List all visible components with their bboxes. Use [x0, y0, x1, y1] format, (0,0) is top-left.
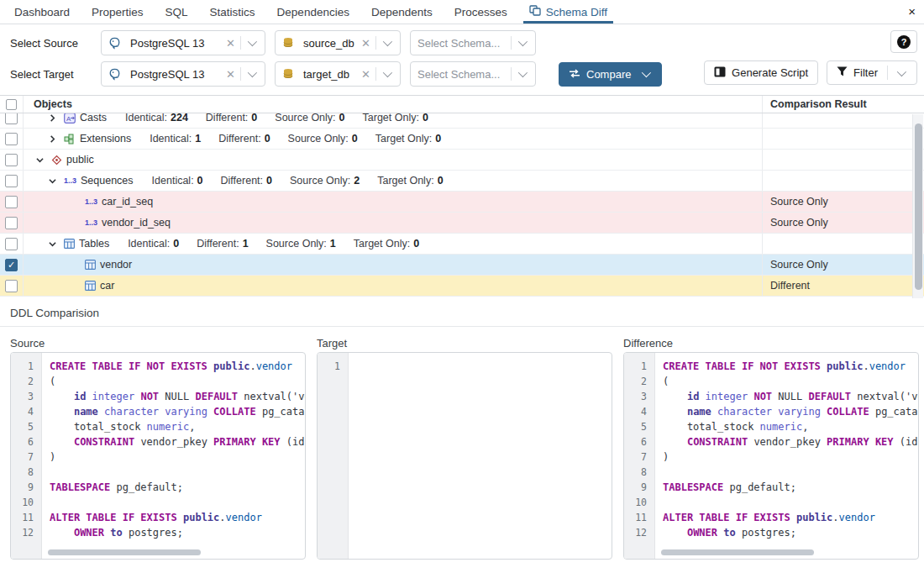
- table-row-Sequences[interactable]: 1..3SequencesIdentical:0Different:0Sourc…: [0, 171, 924, 192]
- horizontal-scrollbar[interactable]: [48, 549, 201, 555]
- filter-button[interactable]: Filter: [827, 60, 917, 85]
- compare-label: Compare: [586, 68, 631, 81]
- code-editor-target[interactable]: 1: [317, 352, 612, 560]
- count-identical: Identical:0: [152, 175, 203, 187]
- database-icon: [282, 68, 294, 80]
- count-source-only: Source Only:2: [290, 175, 360, 187]
- source-server-select[interactable]: PostgreSQL 13 ✕: [101, 30, 265, 55]
- tab-label: SQL: [165, 6, 188, 18]
- code-area[interactable]: CREATE TABLE IF NOT EXISTS public.vendor…: [42, 353, 305, 559]
- divider: [511, 36, 512, 50]
- chevron-down-icon[interactable]: [248, 68, 257, 77]
- source-db-clear-icon[interactable]: ✕: [356, 37, 375, 50]
- generate-script-button[interactable]: Generate Script: [704, 60, 818, 85]
- source-db-select[interactable]: source_db ✕: [275, 30, 401, 55]
- object-name: Casts: [80, 113, 107, 124]
- row-checkbox[interactable]: ✓: [5, 259, 18, 271]
- row-checkbox[interactable]: [5, 113, 18, 124]
- target-schema-select[interactable]: Select Schema...: [410, 61, 536, 87]
- row-checkbox[interactable]: [5, 280, 18, 292]
- help-button[interactable]: ?: [890, 30, 917, 53]
- table-row-car[interactable]: carDifferent: [0, 276, 924, 297]
- tab-label: Properties: [92, 6, 144, 18]
- table-row-vendor[interactable]: ✓vendorSource Only: [0, 255, 924, 276]
- target-schema-placeholder: Select Schema...: [417, 68, 500, 81]
- collapse-chevron-icon[interactable]: [46, 177, 58, 185]
- table-row-Tables[interactable]: TablesIdentical:0Different:1Source Only:…: [0, 234, 924, 255]
- expand-chevron-icon[interactable]: [46, 135, 58, 143]
- code-line: [50, 465, 305, 480]
- objects-column-header[interactable]: Objects: [24, 96, 763, 113]
- sequence-icon: 1..3: [64, 176, 76, 185]
- tab-statistics[interactable]: Statistics: [199, 0, 266, 24]
- target-db-select[interactable]: target_db ✕: [275, 61, 401, 87]
- target-server-value: PostgreSQL 13: [130, 68, 204, 81]
- tab-dependents[interactable]: Dependents: [360, 0, 444, 24]
- source-server-value: PostgreSQL 13: [130, 37, 204, 50]
- help-icon: ?: [897, 35, 911, 49]
- chevron-down-icon[interactable]: [518, 68, 528, 77]
- chevron-down-icon[interactable]: [518, 37, 528, 46]
- code-line: ALTER TABLE IF EXISTS public.vendor: [50, 510, 305, 525]
- panel-label-source: Source: [10, 334, 306, 352]
- target-server-select[interactable]: PostgreSQL 13 ✕: [101, 61, 265, 87]
- code-editor-difference[interactable]: 123456789101112CREATE TABLE IF NOT EXIST…: [623, 352, 919, 560]
- tab-bar: DashboardPropertiesSQLStatisticsDependen…: [0, 0, 924, 24]
- table-row-Extensions[interactable]: ExtensionsIdentical:1Different:0Source O…: [0, 129, 924, 150]
- table-row-vendor_id_seq[interactable]: 1..3vendor_id_seqSource Only: [0, 213, 924, 234]
- row-checkbox[interactable]: [5, 217, 18, 229]
- row-checkbox[interactable]: [5, 238, 18, 250]
- row-checkbox[interactable]: [5, 175, 18, 187]
- close-icon[interactable]: ×: [908, 5, 916, 18]
- table-row-Casts[interactable]: ACastsIdentical:224Different:0Source Onl…: [0, 113, 924, 129]
- code-line: CONSTRAINT vendor_pkey PRIMARY KEY (id): [50, 434, 305, 449]
- divider: [240, 67, 241, 81]
- row-checkbox[interactable]: [5, 133, 18, 145]
- row-checkbox[interactable]: [5, 154, 18, 166]
- code-editor-source[interactable]: 123456789101112CREATE TABLE IF NOT EXIST…: [10, 352, 306, 560]
- sequence-icon: 1..3: [85, 218, 97, 227]
- select-all-checkbox[interactable]: [6, 99, 17, 110]
- source-server-clear-icon[interactable]: ✕: [221, 37, 240, 50]
- table-row-public[interactable]: public: [0, 150, 924, 171]
- source-schema-placeholder: Select Schema...: [417, 37, 500, 50]
- chevron-down-icon[interactable]: [897, 66, 906, 76]
- row-checkbox[interactable]: [5, 196, 18, 208]
- sequence-icon: 1..3: [85, 197, 97, 206]
- tab-label: Dependents: [371, 6, 433, 18]
- filter-label: Filter: [853, 66, 878, 79]
- tab-dependencies[interactable]: Dependencies: [266, 0, 360, 24]
- source-schema-select[interactable]: Select Schema...: [410, 30, 536, 55]
- code-line: [663, 465, 918, 480]
- comparison-result-cell: Source Only: [763, 192, 924, 212]
- comparison-result-column-header[interactable]: Comparison Result: [763, 96, 924, 113]
- chevron-down-icon[interactable]: [383, 37, 392, 46]
- count-target-only: Target Only:0: [375, 133, 441, 145]
- code-area[interactable]: [349, 353, 612, 559]
- comparison-counts: Identical:0Different:1Source Only:1Targe…: [128, 238, 437, 250]
- vertical-scrollbar[interactable]: [912, 114, 923, 298]
- collapse-chevron-icon[interactable]: [34, 156, 45, 164]
- target-server-clear-icon[interactable]: ✕: [221, 68, 240, 81]
- chevron-down-icon[interactable]: [248, 37, 257, 46]
- select-target-label: Select Target: [10, 68, 101, 81]
- collapse-chevron-icon[interactable]: [46, 240, 58, 248]
- table-row-car_id_seq[interactable]: 1..3car_id_seqSource Only: [0, 192, 924, 213]
- divider: [887, 66, 888, 80]
- tab-processes[interactable]: Processes: [444, 0, 518, 24]
- tab-sql[interactable]: SQL: [155, 0, 199, 24]
- chevron-down-icon[interactable]: [383, 68, 392, 77]
- expand-chevron-icon[interactable]: [46, 114, 58, 122]
- target-db-clear-icon[interactable]: ✕: [356, 68, 375, 81]
- scrollbar-thumb[interactable]: [915, 124, 922, 290]
- tab-label: Processes: [454, 6, 507, 18]
- tab-properties[interactable]: Properties: [81, 0, 155, 24]
- horizontal-scrollbar[interactable]: [661, 549, 814, 555]
- code-line: TABLESPACE pg_default;: [50, 480, 305, 495]
- object-name: public: [66, 154, 94, 166]
- code-area[interactable]: CREATE TABLE IF NOT EXISTS public.vendor…: [655, 353, 918, 559]
- tab-schema-diff[interactable]: Schema Diff: [518, 0, 618, 24]
- tab-dashboard[interactable]: Dashboard: [3, 0, 81, 24]
- table-icon: [64, 239, 75, 249]
- compare-button[interactable]: Compare: [559, 62, 662, 87]
